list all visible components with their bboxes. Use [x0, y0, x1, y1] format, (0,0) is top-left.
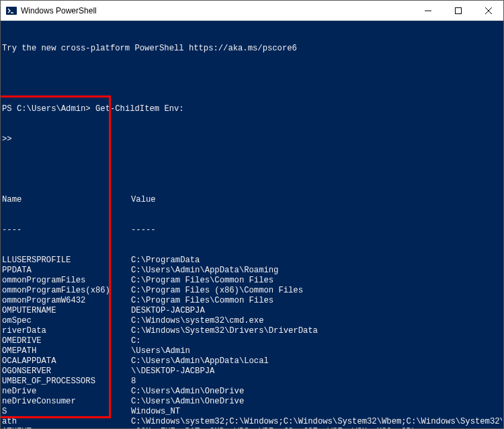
env-row: omSpecC:\Windows\system32\cmd.exe: [2, 316, 502, 326]
env-rows: LLUSERSPROFILEC:\ProgramDataPPDATAC:\Use…: [2, 256, 502, 428]
env-name: PPDATA: [2, 266, 131, 276]
table-underline: ---- -----: [2, 225, 502, 235]
powershell-icon: [6, 5, 17, 16]
env-name: OCALAPPDATA: [2, 356, 131, 366]
blank-line: [2, 165, 502, 175]
env-value: Windows_NT: [131, 407, 502, 417]
powershell-window: Windows PowerShell Try the new cross-pla…: [0, 0, 504, 429]
env-value: C:\Program Files\Common Files: [131, 276, 502, 286]
env-row: OMPUTERNAMEDESKTOP-JACBPJA: [2, 306, 502, 316]
env-name: ommonProgramFiles(x86): [2, 286, 131, 296]
env-name: ommonProgramFiles: [2, 276, 131, 286]
header-value-underline: -----: [131, 225, 502, 235]
env-row: PPDATAC:\Users\Admin\AppData\Roaming: [2, 266, 502, 276]
env-value: C:\Windows\system32\cmd.exe: [131, 316, 502, 326]
env-row: athC:\Windows\system32;C:\Windows;C:\Win…: [2, 417, 502, 427]
blank-line: [2, 74, 502, 84]
env-row: neDriveConsumerC:\Users\Admin\OneDrive: [2, 397, 502, 407]
window-controls: [413, 1, 503, 20]
env-value: C:\Program Files\Common Files: [131, 296, 502, 306]
env-value: C:\Windows\System32\Drivers\DriverData: [131, 326, 502, 336]
header-name: Name: [2, 195, 131, 205]
env-name: S: [2, 407, 131, 417]
env-value: DESKTOP-JACBPJA: [131, 306, 502, 316]
env-name: OMEDRIVE: [2, 336, 131, 346]
header-name-underline: ----: [2, 225, 131, 235]
env-value: C:\ProgramData: [131, 256, 502, 266]
env-value: \\DESKTOP-JACBPJA: [131, 366, 502, 377]
env-value: C:\Users\Admin\OneDrive: [131, 387, 502, 397]
titlebar[interactable]: Windows PowerShell: [1, 1, 503, 21]
env-value: C:\Program Files (x86)\Common Files: [131, 286, 502, 296]
env-row: ATHEXT.COM;.EXE;.BAT;.CMD;.VBS;.VBE;.JS;…: [2, 427, 502, 428]
env-name: neDrive: [2, 387, 131, 397]
env-value: .COM;.EXE;.BAT;.CMD;.VBS;.VBE;.JS;.JSE;.…: [131, 427, 502, 428]
env-row: LLUSERSPROFILEC:\ProgramData: [2, 256, 502, 266]
env-value: \Users\Admin: [131, 346, 502, 356]
env-name: UMBER_OF_PROCESSORS: [2, 377, 131, 387]
env-name: LLUSERSPROFILE: [2, 256, 131, 266]
env-name: neDriveConsumer: [2, 397, 131, 407]
env-row: ommonProgramFilesC:\Program Files\Common…: [2, 276, 502, 286]
minimize-button[interactable]: [413, 1, 443, 21]
env-name: OMEPATH: [2, 346, 131, 356]
env-value: C:\Users\Admin\OneDrive: [131, 397, 502, 407]
close-button[interactable]: [473, 1, 503, 21]
env-row: neDriveC:\Users\Admin\OneDrive: [2, 387, 502, 397]
maximize-button[interactable]: [443, 1, 473, 21]
env-name: OGONSERVER: [2, 366, 131, 377]
prompt-path: C:\Users\Admin>: [17, 104, 91, 114]
env-name: riverData: [2, 326, 131, 336]
env-name: omSpec: [2, 316, 131, 326]
env-value: C:\Users\Admin\AppData\Local: [131, 356, 502, 366]
terminal-area[interactable]: Try the new cross-platform PowerShell ht…: [1, 21, 503, 428]
env-row: SWindows_NT: [2, 407, 502, 417]
env-row: UMBER_OF_PROCESSORS8: [2, 377, 502, 387]
table-header: Name Value: [2, 195, 502, 205]
env-row: OCALAPPDATAC:\Users\Admin\AppData\Local: [2, 356, 502, 366]
header-value: Value: [131, 195, 502, 205]
env-name: ath: [2, 417, 131, 427]
env-row: ommonProgramFiles(x86)C:\Program Files (…: [2, 286, 502, 296]
env-name: ATHEXT: [2, 427, 131, 428]
env-name: OMPUTERNAME: [2, 306, 131, 316]
env-row: OMEDRIVEC:: [2, 336, 502, 346]
env-name: ommonProgramW6432: [2, 296, 131, 306]
window-title: Windows PowerShell: [21, 6, 413, 15]
prompt-line: PS C:\Users\Admin> Get-ChildItem Env:: [2, 104, 502, 114]
continuation-line: >>: [2, 134, 502, 145]
svg-rect-0: [6, 7, 17, 15]
prompt-prefix: PS: [2, 104, 17, 114]
env-row: ommonProgramW6432C:\Program Files\Common…: [2, 296, 502, 306]
command-text: Get-ChildItem Env:: [95, 104, 184, 114]
env-value: C:: [131, 336, 502, 346]
env-row: OMEPATH\Users\Admin: [2, 346, 502, 356]
env-row: OGONSERVER\\DESKTOP-JACBPJA: [2, 366, 502, 377]
env-value: C:\Windows\system32;C:\Windows;C:\Window…: [131, 417, 502, 427]
env-value: 8: [131, 377, 502, 387]
env-value: C:\Users\Admin\AppData\Roaming: [131, 266, 502, 276]
env-row: riverDataC:\Windows\System32\Drivers\Dri…: [2, 326, 502, 336]
banner-line: Try the new cross-platform PowerShell ht…: [2, 44, 502, 54]
svg-rect-3: [455, 8, 461, 14]
